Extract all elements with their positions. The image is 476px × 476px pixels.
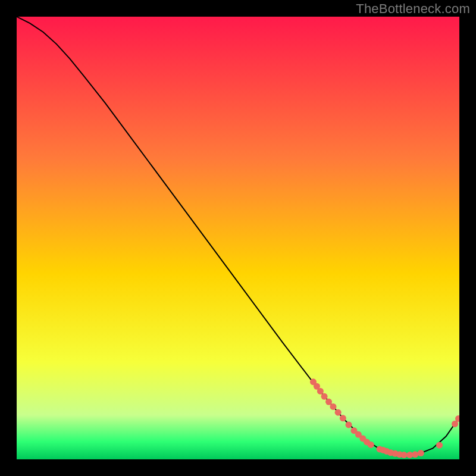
data-dot	[418, 450, 424, 456]
data-dot	[368, 441, 374, 448]
data-dot	[346, 421, 352, 428]
data-dot	[412, 451, 418, 458]
plot-area	[17, 17, 459, 459]
data-dot	[340, 415, 346, 421]
data-dot	[330, 403, 336, 410]
chart-stage: TheBottleneck.com	[0, 0, 476, 476]
chart-svg	[17, 17, 459, 459]
data-dot	[401, 452, 408, 458]
data-dot	[436, 442, 443, 449]
watermark-label: TheBottleneck.com	[356, 1, 470, 17]
data-dot	[321, 393, 328, 400]
data-dot	[317, 388, 324, 394]
data-dot	[325, 399, 332, 405]
data-dot	[335, 409, 342, 416]
gradient-background	[17, 17, 459, 459]
